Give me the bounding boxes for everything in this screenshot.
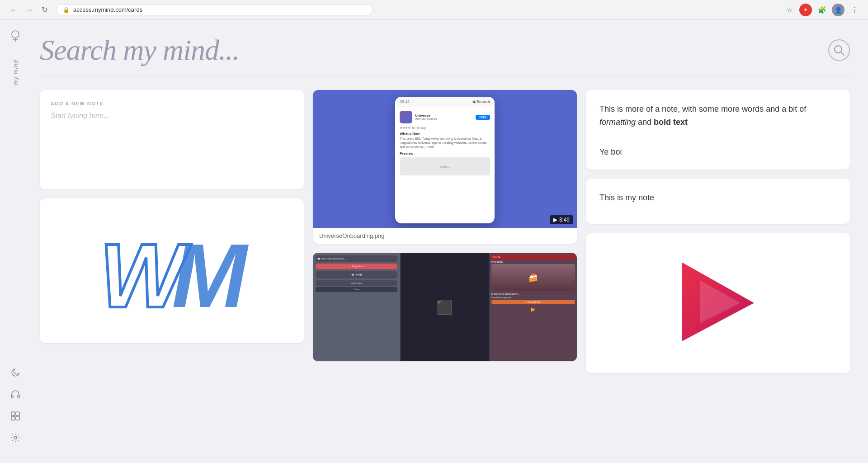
- screenshot-2: ⬛: [401, 253, 488, 361]
- add-note-input[interactable]: Start typing here...: [51, 110, 293, 179]
- phone-app-header: Universe — Website Builder OPEN: [400, 111, 490, 123]
- svg-rect-6: [16, 412, 19, 416]
- screenshot-3: 🔴 LIVE Prize Draw 🍰 Is This Your Opportu…: [490, 253, 577, 361]
- phone-whats-new: What's New: [400, 132, 490, 136]
- add-note-label: ADD A NEW NOTE: [51, 101, 293, 106]
- grid-icon[interactable]: [8, 409, 23, 423]
- phone-preview-area: crea...: [400, 157, 490, 175]
- address-bar[interactable]: 🔒 access.mymind.com/cards: [56, 4, 373, 15]
- screenshots-card[interactable]: 💬 Won't these restrictions...? 🎁 Daily B…: [313, 253, 577, 361]
- video-badge: ▶ 3:49: [550, 215, 573, 224]
- browser-chrome: ← → ↻ 🔒 access.mymind.com/cards ☆ + 🧩 👤 …: [0, 0, 868, 20]
- grid-column-3: This is more of a note, with some more w…: [586, 90, 850, 373]
- phone-content: Universe — Website Builder OPEN ★★★★ 4x …: [395, 107, 495, 179]
- universe-card-image: 09:41 ◀ Search Universe — Website Builde…: [313, 90, 577, 228]
- svg-rect-5: [11, 412, 15, 416]
- headphones-icon[interactable]: [8, 387, 23, 402]
- forward-button[interactable]: →: [23, 4, 35, 16]
- phone-preview: Preview: [400, 151, 490, 156]
- play-icon-small: ▶: [553, 217, 557, 223]
- extension-add-icon[interactable]: +: [799, 4, 812, 16]
- grid-column-2: 09:41 ◀ Search Universe — Website Builde…: [313, 90, 577, 373]
- phone-desc: This one's BIG. Today we're launching Un…: [400, 137, 490, 149]
- svg-point-10: [835, 46, 842, 53]
- refresh-button[interactable]: ↻: [38, 4, 51, 16]
- user-avatar[interactable]: 👤: [832, 4, 844, 16]
- main-content: Search my mind... ADD A NEW NOTE Start t…: [31, 20, 868, 463]
- grid-column-1: ADD A NEW NOTE Start typing here... W M: [40, 90, 304, 373]
- settings-icon[interactable]: [8, 430, 23, 445]
- phone-rating: ★★★★ 4x | In-app: [400, 126, 490, 130]
- note-long-text: This is more of a note, with some more w…: [599, 103, 836, 129]
- play-button-svg: [673, 258, 763, 348]
- svg-text:M: M: [172, 226, 249, 316]
- svg-rect-3: [11, 395, 13, 398]
- screenshot-1: 💬 Won't these restrictions...? 🎁 Daily B…: [313, 253, 400, 361]
- browser-nav-buttons: ← → ↻: [7, 4, 51, 16]
- screenshots-grid: 💬 Won't these restrictions...? 🎁 Daily B…: [313, 253, 577, 361]
- note-simple-text: This is my note: [599, 191, 836, 204]
- menu-button[interactable]: ⋮: [848, 4, 861, 16]
- bookmark-button[interactable]: ☆: [783, 4, 796, 16]
- screenshot-controls: ⏮ ▶ ⏭: [316, 271, 397, 279]
- svg-point-9: [14, 436, 17, 439]
- cards-grid: ADD A NEW NOTE Start typing here... W M: [40, 90, 850, 373]
- note-long-card[interactable]: This is more of a note, with some more w…: [586, 90, 850, 170]
- note-simple-card[interactable]: This is my note: [586, 179, 850, 224]
- add-note-card[interactable]: ADD A NEW NOTE Start typing here...: [40, 90, 304, 189]
- wm-logo-card[interactable]: W M: [40, 198, 304, 343]
- sidebar-label: my mind: [12, 60, 19, 85]
- sidebar: my mind: [0, 20, 31, 463]
- svg-rect-7: [11, 416, 15, 420]
- svg-line-11: [841, 52, 844, 56]
- video-badge-overlay: ▶ 3:49: [550, 215, 573, 224]
- play-button-card[interactable]: [586, 233, 850, 373]
- browser-actions: ☆ + 🧩 👤 ⋮: [783, 4, 861, 16]
- app-container: my mind: [0, 20, 868, 463]
- back-button[interactable]: ←: [7, 4, 20, 16]
- svg-rect-4: [18, 395, 19, 398]
- header: Search my mind...: [40, 20, 850, 76]
- search-title[interactable]: Search my mind...: [40, 33, 239, 67]
- search-button[interactable]: [828, 39, 850, 61]
- italic-text: formatting: [599, 118, 636, 127]
- phone-app-icon: [400, 111, 412, 123]
- bold-text: bold text: [654, 118, 688, 127]
- wm-logo-svg: W M: [95, 226, 249, 316]
- note-secondary-text: Ye boi: [599, 140, 836, 157]
- lock-icon: 🔒: [63, 7, 70, 13]
- image-card-caption: UniverseOnboarding.png: [313, 228, 577, 244]
- sidebar-logo[interactable]: [8, 29, 23, 45]
- universe-card[interactable]: 09:41 ◀ Search Universe — Website Builde…: [313, 90, 577, 244]
- phone-open-btn: OPEN: [476, 115, 490, 120]
- svg-rect-8: [16, 416, 19, 420]
- phone-mockup: 09:41 ◀ Search Universe — Website Builde…: [395, 97, 495, 223]
- extensions-button[interactable]: 🧩: [816, 4, 828, 16]
- svg-point-0: [12, 31, 19, 38]
- sidebar-bottom-icons: [8, 365, 23, 454]
- url-text: access.mymind.com/cards: [73, 6, 142, 13]
- moon-icon[interactable]: [8, 365, 23, 380]
- video-duration: 3:49: [559, 217, 570, 223]
- phone-top-bar: 09:41 ◀ Search: [395, 97, 495, 107]
